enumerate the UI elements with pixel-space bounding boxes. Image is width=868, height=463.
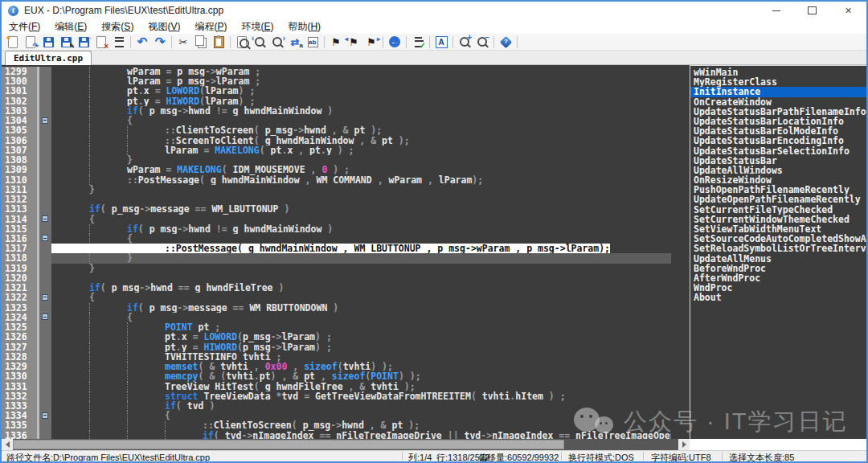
line-number[interactable]: 1331 bbox=[2, 382, 37, 391]
fold-marker[interactable] bbox=[42, 235, 48, 241]
toolbar-close-file-button[interactable]: × bbox=[92, 35, 110, 50]
code-line-1332[interactable]: 1332struct TreeViewData *tvd = GetTreeVi… bbox=[2, 391, 671, 401]
code-line-1333[interactable]: 1333if( tvd ) bbox=[2, 401, 671, 411]
symbol-item-MyRegisterClass[interactable]: MyRegisterClass bbox=[690, 77, 866, 87]
code-line-1329[interactable]: 1329memset( & tvhti , 0x00 , sizeof(tvht… bbox=[2, 362, 671, 371]
menu-environment[interactable]: 环境(E) bbox=[234, 20, 280, 34]
code-line-1318[interactable]: 1318} bbox=[2, 253, 671, 263]
fold-margin[interactable] bbox=[39, 342, 51, 352]
scroll-left-button[interactable] bbox=[2, 439, 13, 450]
code-text[interactable]: if( p_msg->hwnd != g_hwndMainWindow ) bbox=[51, 224, 671, 234]
toolbar-cut-button[interactable]: ✂ bbox=[174, 35, 192, 50]
toolbar-save-button[interactable] bbox=[39, 35, 57, 50]
fold-margin[interactable] bbox=[39, 155, 51, 165]
code-text[interactable]: POINT pt ; bbox=[51, 322, 671, 332]
minimize-button[interactable] bbox=[758, 2, 794, 19]
code-line-1307[interactable]: 1307lParam = MAKELONG( pt.x , pt.y ) ; bbox=[2, 145, 671, 155]
toolbar-zoom-out-button[interactable]: − bbox=[473, 35, 491, 50]
line-number[interactable]: 1322 bbox=[2, 293, 37, 302]
symbol-item-SetReloadSymbolListOrTreeIntervalMe[interactable]: SetReloadSymbolListOrTreeIntervalMe bbox=[690, 244, 866, 253]
fold-margin[interactable] bbox=[39, 431, 51, 439]
code-line-1316[interactable]: 1316{ bbox=[2, 234, 671, 244]
line-number[interactable]: 1310 bbox=[2, 175, 37, 185]
code-line-1305[interactable]: 1305::ClientToScreen( p_msg->hwnd , & pt… bbox=[2, 125, 671, 135]
fold-margin[interactable] bbox=[39, 332, 51, 342]
toolbar-save-copy-button[interactable]: → bbox=[75, 35, 92, 50]
code-text[interactable]: { bbox=[51, 234, 671, 244]
symbol-item-UpdateOpenPathFilenameRecently[interactable]: UpdateOpenPathFilenameRecently bbox=[690, 195, 866, 204]
code-text[interactable]: { bbox=[51, 215, 671, 224]
code-line-1315[interactable]: 1315if( p_msg->hwnd != g_hwndMainWindow … bbox=[2, 224, 671, 234]
code-text[interactable]: if( p_msg->hwnd != g_hwndMainWindow ) bbox=[51, 106, 671, 116]
fold-margin[interactable] bbox=[39, 283, 51, 293]
code-text[interactable]: if( p_msg->message == WM_LBUTTONUP ) bbox=[51, 204, 671, 214]
code-line-1319[interactable]: 1319} bbox=[2, 264, 671, 273]
symbol-item-BeforeWndProc[interactable]: BeforeWndProc bbox=[690, 264, 866, 273]
fold-margin[interactable] bbox=[39, 76, 51, 86]
fold-margin[interactable] bbox=[39, 215, 51, 224]
code-line-1317[interactable]: 1317::PostMessage( g_hwndMainWindow , WM… bbox=[2, 244, 671, 253]
toolbar-open-file-button[interactable]: ↷ bbox=[22, 35, 39, 50]
symbol-item-UpdateStatusBarEolModeInfo[interactable]: UpdateStatusBarEolModeInfo bbox=[690, 126, 866, 136]
code-line-1336[interactable]: 1336if( tvd->nImageIndex == nFileTreeIma… bbox=[2, 431, 671, 439]
toolbar-find-prev-button[interactable]: ‹ bbox=[251, 35, 268, 50]
fold-margin[interactable] bbox=[39, 67, 51, 76]
fold-marker[interactable] bbox=[42, 117, 48, 124]
line-number[interactable]: 1314 bbox=[2, 215, 37, 224]
tab-editultra-cpp[interactable]: EditUltra.cpp bbox=[5, 51, 92, 65]
code-text[interactable]: } bbox=[51, 185, 671, 195]
toolbar-document-list-button[interactable] bbox=[110, 35, 128, 50]
menu-program[interactable]: 编程(P) bbox=[187, 20, 234, 34]
fold-margin[interactable] bbox=[39, 352, 51, 362]
code-line-1325[interactable]: 1325POINT pt ; bbox=[2, 322, 671, 332]
fold-marker[interactable] bbox=[42, 215, 48, 222]
code-text[interactable]: ::PostMessage( g_hwndMainWindow , WM_LBU… bbox=[51, 244, 671, 253]
code-line-1299[interactable]: 1299wParam = p_msg->wParam ; bbox=[2, 67, 671, 76]
symbol-item-OnResizeWindow[interactable]: OnResizeWindow bbox=[690, 175, 866, 185]
symbol-item-SetCurrentFileTypeChecked[interactable]: SetCurrentFileTypeChecked bbox=[690, 205, 866, 215]
symbol-item-UpdateStatusBarLocationInfo[interactable]: UpdateStatusBarLocationInfo bbox=[690, 117, 866, 126]
maximize-button[interactable] bbox=[794, 2, 830, 19]
fold-margin[interactable] bbox=[39, 420, 51, 430]
fold-marker[interactable] bbox=[42, 412, 48, 419]
code-text[interactable]: wParam = MAKELONG( IDM_MOUSEMOVE , 0 ) ; bbox=[51, 165, 671, 174]
symbol-item-WndProc[interactable]: WndProc bbox=[690, 283, 866, 293]
fold-margin[interactable] bbox=[39, 125, 51, 135]
toolbar-paste-button[interactable] bbox=[210, 35, 227, 50]
code-text[interactable]: { bbox=[51, 411, 671, 420]
code-line-1300[interactable]: 1300lParam = p_msg->lParam ; bbox=[2, 76, 671, 86]
scroll-right-button[interactable] bbox=[678, 439, 690, 450]
fold-margin[interactable] bbox=[39, 313, 51, 322]
code-text[interactable]: TreeView_HitTest( g_hwndFileTree , & tvh… bbox=[51, 382, 671, 391]
symbol-item-SetCurrentWindowThemeChecked[interactable]: SetCurrentWindowThemeChecked bbox=[690, 215, 866, 224]
line-number[interactable]: 1309 bbox=[2, 165, 37, 174]
fold-margin[interactable] bbox=[39, 96, 51, 106]
line-number[interactable]: 1335 bbox=[2, 420, 37, 430]
line-number[interactable]: 1318 bbox=[2, 253, 37, 263]
symbol-item-OnCreateWindow[interactable]: OnCreateWindow bbox=[690, 97, 866, 107]
symbol-item-UpdateStatusBarSelectionInfo[interactable]: UpdateStatusBarSelectionInfo bbox=[690, 146, 866, 156]
line-number[interactable]: 1326 bbox=[2, 332, 37, 342]
symbol-item-InitInstance[interactable]: InitInstance bbox=[690, 87, 866, 96]
toolbar-bookmark-next-button[interactable]: ⚑▸ bbox=[362, 35, 380, 50]
fold-margin[interactable] bbox=[39, 224, 51, 234]
symbol-item-UpdateStatusBarPathFilenameInfo[interactable]: UpdateStatusBarPathFilenameInfo bbox=[690, 107, 866, 117]
code-text[interactable]: pt.y = HIWORD(p_msg->lParam) ; bbox=[51, 342, 671, 352]
toolbar-redo-button[interactable]: ↷ bbox=[151, 35, 169, 50]
code-line-1330[interactable]: 1330memcpy( & (tvhti.pt) , & pt , sizeof… bbox=[2, 371, 671, 381]
code-line-1301[interactable]: 1301pt.x = LOWORD(lParam) ; bbox=[2, 86, 671, 96]
toolbar-find-button[interactable] bbox=[233, 35, 251, 50]
selected-text[interactable]: ::PostMessage( g_hwndMainWindow , WM_LBU… bbox=[51, 244, 610, 253]
toolbar-undo-button[interactable]: ↶ bbox=[133, 35, 151, 50]
code-text[interactable]: pt.x = LOWORD(p_msg->lParam) ; bbox=[51, 332, 671, 342]
code-line-1306[interactable]: 1306::ScreenToClient( g_hwndMainWindow ,… bbox=[2, 136, 671, 145]
fold-margin[interactable] bbox=[39, 411, 51, 420]
fold-margin[interactable] bbox=[39, 175, 51, 185]
code-line-1327[interactable]: 1327pt.y = HIWORD(p_msg->lParam) ; bbox=[2, 342, 671, 352]
code-line-1303[interactable]: 1303if( p_msg->hwnd != g_hwndMainWindow … bbox=[2, 106, 671, 116]
code-text[interactable]: TVHITTESTINFO tvhti ; bbox=[51, 352, 671, 362]
code-line-1328[interactable]: 1328TVHITTESTINFO tvhti ; bbox=[2, 352, 671, 362]
code-text[interactable] bbox=[51, 273, 671, 283]
toolbar-new-file-button[interactable]: ✦ bbox=[4, 35, 22, 50]
toolbar-syntax-highlight-button[interactable]: A bbox=[432, 35, 450, 50]
